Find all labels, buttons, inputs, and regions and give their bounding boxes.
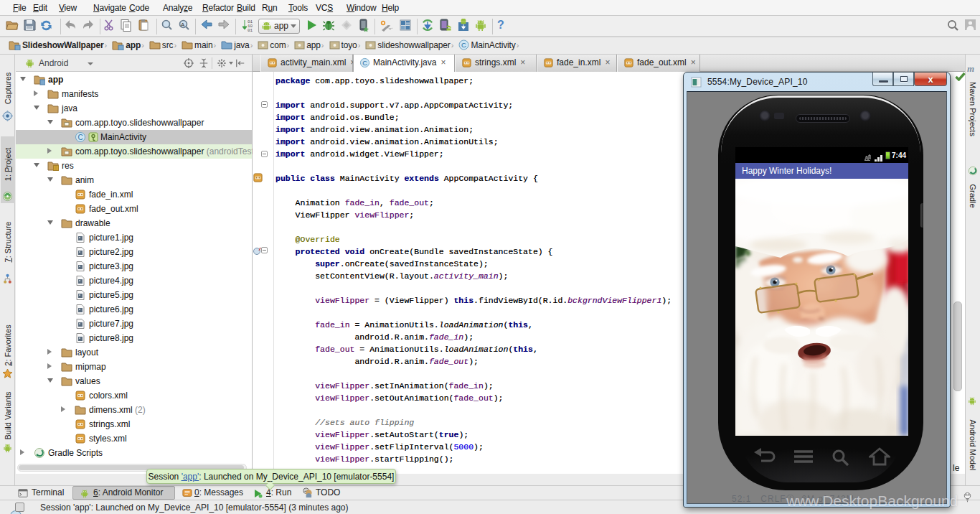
svg-text:A: A — [181, 22, 185, 28]
svg-text:01: 01 — [248, 28, 253, 32]
svg-text:C: C — [461, 41, 466, 49]
